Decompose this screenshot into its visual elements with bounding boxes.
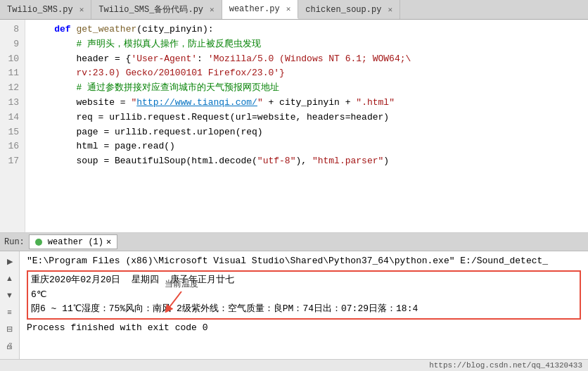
run-tab-bar: Run: weather (1) ✕ bbox=[0, 233, 588, 251]
run-label: Run: bbox=[4, 237, 25, 247]
run-sidebar: ▶ ▲ ▼ ≡ ⊟ 🖨 bbox=[0, 251, 20, 359]
tab-twilio-sms[interactable]: Twilio_SMS.py ✕ bbox=[0, 0, 91, 19]
close-tab-chicken-soup-icon[interactable]: ✕ bbox=[388, 5, 392, 14]
code-line-13: website = "http://www.tianqi.com/" + cit… bbox=[32, 96, 581, 111]
close-tab-twilio-sms-backup-icon[interactable]: ✕ bbox=[210, 5, 215, 14]
tab-weather-label: weather.py bbox=[229, 4, 280, 14]
code-line-11: rv:23.0) Gecko/20100101 Firefox/23.0'} bbox=[32, 66, 581, 81]
close-run-tab-icon[interactable]: ✕ bbox=[106, 237, 111, 247]
run-print-button[interactable]: 🖨 bbox=[3, 339, 17, 353]
url-text: https://blog.csdn.net/qq_41320433 bbox=[429, 361, 582, 370]
code-line-14: req = urllib.request.Request(url=website… bbox=[32, 111, 581, 125]
run-panel: Run: weather (1) ✕ ▶ ▲ ▼ ≡ ⊟ 🖨 当前温度 bbox=[0, 232, 588, 359]
run-play-button[interactable]: ▶ bbox=[3, 254, 17, 268]
line-numbers: 8 9 10 11 12 13 14 15 16 17 bbox=[0, 20, 25, 232]
run-status-dot bbox=[35, 239, 42, 246]
output-line-exit: Process finished with exit code 0 bbox=[27, 321, 581, 336]
line-num-14: 14 bbox=[6, 111, 19, 125]
close-tab-weather-icon[interactable]: ✕ bbox=[286, 4, 291, 13]
tab-twilio-sms-label: Twilio_SMS.py bbox=[7, 5, 73, 15]
code-content: 8 9 10 11 12 13 14 15 16 17 def get_weat… bbox=[0, 20, 588, 232]
line-num-17: 17 bbox=[6, 154, 19, 169]
code-line-10: header = {'User-Agent': 'Mozilla/5.0 (Wi… bbox=[32, 52, 581, 67]
line-num-8: 8 bbox=[6, 23, 19, 37]
line-num-11: 11 bbox=[6, 66, 19, 81]
output-line-temp: 6℃ bbox=[31, 288, 577, 303]
tab-bar: Twilio_SMS.py ✕ Twilio_SMS_备份代码.py ✕ wea… bbox=[0, 0, 588, 20]
close-tab-twilio-sms-icon[interactable]: ✕ bbox=[79, 5, 84, 14]
editor-area: 8 9 10 11 12 13 14 15 16 17 def get_weat… bbox=[0, 20, 588, 232]
run-option-button-2[interactable]: ⊟ bbox=[3, 322, 17, 336]
run-tab-label: weather (1) bbox=[48, 237, 103, 247]
line-num-12: 12 bbox=[6, 81, 19, 96]
code-line-8: def get_weather(city_pinyin): bbox=[32, 23, 581, 37]
run-tab-weather[interactable]: weather (1) ✕ bbox=[29, 234, 117, 249]
output-highlight-block: 重庆2020年02月20日 星期四 庚子年正月廿七 6℃ 阴6 ~ 11℃湿度：… bbox=[27, 270, 581, 320]
tab-weather[interactable]: weather.py ✕ bbox=[222, 0, 299, 19]
code-line-15: page = urllib.request.urlopen(req) bbox=[32, 125, 581, 140]
output-line-detail: 阴6 ~ 11℃湿度：75%风向：南风 2级紫外线：空气质量：良PM：74日出：… bbox=[31, 302, 577, 317]
run-controls: ▶ ▲ ▼ ≡ ⊟ 🖨 当前温度 "E:\Prog bbox=[0, 251, 588, 359]
output-line-path: "E:\Program Files (x86)\Microsoft Visual… bbox=[27, 254, 581, 269]
code-line-16: html = page.read() bbox=[32, 139, 581, 154]
line-num-9: 9 bbox=[6, 37, 19, 52]
line-num-10: 10 bbox=[6, 52, 19, 67]
tab-chicken-soup[interactable]: chicken_soup.py ✕ bbox=[298, 0, 400, 19]
code-lines[interactable]: def get_weather(city_pinyin): # 声明头，模拟真人… bbox=[25, 20, 588, 232]
line-num-15: 15 bbox=[6, 125, 19, 140]
tab-chicken-soup-label: chicken_soup.py bbox=[305, 5, 381, 15]
line-num-13: 13 bbox=[6, 96, 19, 111]
run-option-button-1[interactable]: ≡ bbox=[3, 305, 17, 319]
url-bar: https://blog.csdn.net/qq_41320433 bbox=[0, 359, 588, 371]
output-line-date: 重庆2020年02月20日 星期四 庚子年正月廿七 bbox=[31, 273, 577, 288]
line-num-16: 16 bbox=[6, 139, 19, 154]
run-output: 当前温度 "E:\Program Files (x86)\Microsoft V… bbox=[20, 251, 588, 359]
code-line-12: # 通过参数拼接对应查询城市的天气预报网页地址 bbox=[32, 81, 581, 96]
code-line-9: # 声明头，模拟真人操作，防止被反爬虫发现 bbox=[32, 37, 581, 52]
tab-twilio-sms-backup-label: Twilio_SMS_备份代码.py bbox=[98, 4, 203, 15]
run-scroll-down-button[interactable]: ▼ bbox=[3, 288, 17, 302]
run-scroll-up-button[interactable]: ▲ bbox=[3, 271, 17, 285]
tab-twilio-sms-backup[interactable]: Twilio_SMS_备份代码.py ✕ bbox=[91, 0, 222, 19]
code-line-17: soup = BeautifulSoup(html.decode("utf-8"… bbox=[32, 154, 581, 169]
